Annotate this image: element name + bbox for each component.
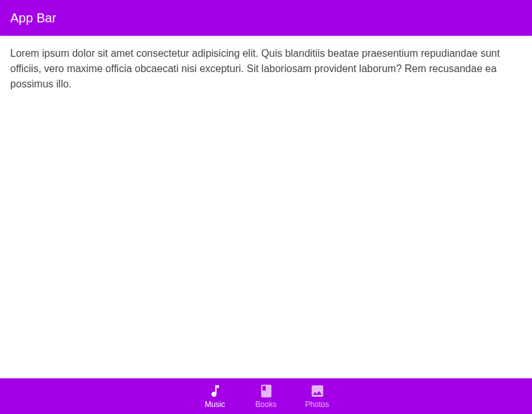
bottom-nav-label: Books [255,400,277,409]
app-bar-title: App Bar [10,11,56,26]
image-icon [310,383,325,399]
bottom-nav-label: Music [205,400,225,409]
app-bar: App Bar [0,0,532,36]
bottom-nav-item-books[interactable]: Books [241,378,292,414]
bottom-nav-label: Photos [305,400,329,409]
body-text: Lorem ipsum dolor sit amet consectetur a… [10,46,522,92]
bottom-navigation: Music Books Photos [0,378,532,414]
book-icon [259,383,274,399]
main-content: Lorem ipsum dolor sit amet consectetur a… [0,36,532,378]
bottom-nav-item-photos[interactable]: Photos [292,378,343,414]
bottom-nav-item-music[interactable]: Music [190,378,241,414]
music-note-icon [208,383,223,399]
